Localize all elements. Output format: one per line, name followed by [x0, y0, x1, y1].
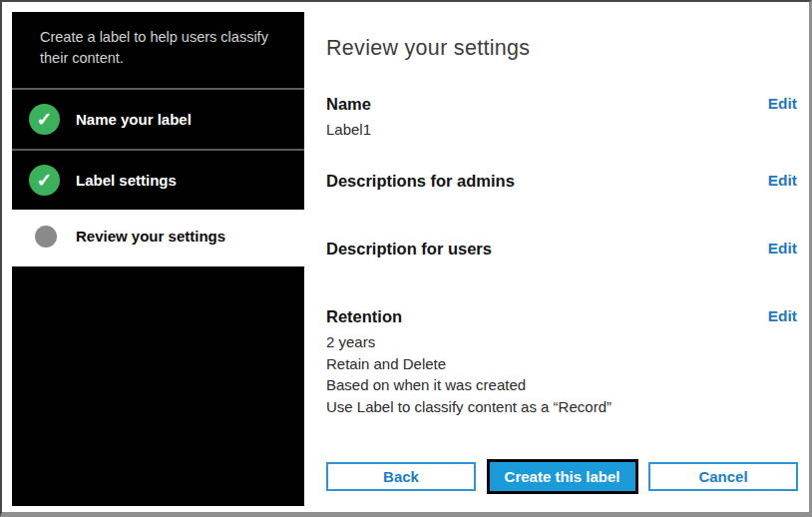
step-label: Name your label: [76, 111, 192, 128]
edit-admin-description-link[interactable]: Edit: [768, 172, 798, 190]
section-descriptions-for-admins: Descriptions for admins Edit: [326, 172, 798, 191]
section-heading: Description for users: [326, 240, 492, 258]
label-name-value: Label1: [326, 119, 371, 141]
back-button[interactable]: Back: [326, 462, 476, 491]
section-name: Name Label1 Edit: [326, 95, 798, 141]
check-icon: ✓: [29, 165, 60, 196]
step-name-your-label: ✓ Name your label: [12, 88, 304, 149]
retention-action: Retain and Delete: [326, 353, 611, 375]
step-review-your-settings: Review your settings: [12, 210, 304, 262]
sidebar-filler-panel: [12, 266, 304, 506]
edit-name-link[interactable]: Edit: [768, 95, 798, 113]
page-title: Review your settings: [326, 36, 530, 61]
create-label-wizard-window: Create a label to help users classify th…: [0, 0, 812, 517]
edit-retention-link[interactable]: Edit: [768, 307, 798, 325]
retention-duration: 2 years: [326, 331, 611, 353]
step-label-settings: ✓ Label settings: [12, 149, 304, 210]
edit-user-description-link[interactable]: Edit: [768, 240, 798, 258]
retention-trigger: Based on when it was created: [326, 374, 611, 396]
step-label: Review your settings: [76, 228, 225, 245]
wizard-steps-sidebar: Create a label to help users classify th…: [12, 12, 304, 506]
section-heading: Name: [326, 95, 371, 114]
create-this-label-button[interactable]: Create this label: [487, 459, 638, 494]
section-heading: Descriptions for admins: [326, 172, 515, 191]
retention-record-setting: Use Label to classify content as a “Reco…: [326, 396, 611, 418]
check-icon: ✓: [29, 104, 60, 135]
section-heading: Retention: [326, 307, 611, 326]
review-settings-pane: Review your settings Name Label1 Edit De…: [326, 2, 798, 512]
wizard-button-row: Back Create this label Cancel: [326, 459, 798, 494]
section-retention: Retention 2 years Retain and Delete Base…: [326, 307, 798, 417]
sidebar-intro-text: Create a label to help users classify th…: [12, 12, 304, 88]
step-label: Label settings: [76, 172, 177, 189]
cancel-button[interactable]: Cancel: [648, 462, 798, 491]
current-step-dot-icon: [35, 226, 57, 248]
section-description-for-users: Description for users Edit: [326, 240, 798, 258]
